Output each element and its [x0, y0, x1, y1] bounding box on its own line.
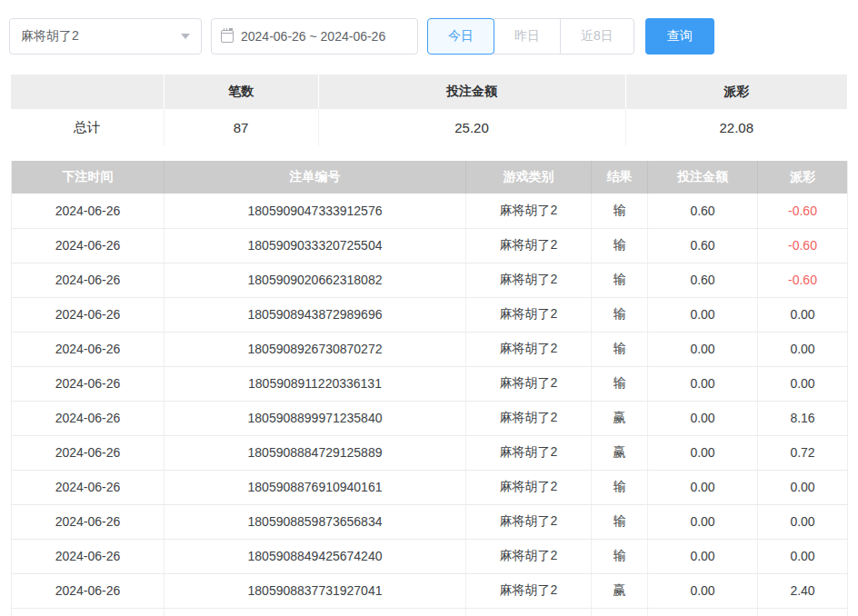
table-row: 2024-06-26 1805908884729125889 麻将胡了2 赢 0…	[12, 435, 848, 470]
order-id-cell: 1805908859873656834	[165, 504, 466, 539]
summary-header-row: 笔数 投注金额 派彩	[11, 75, 847, 109]
today-button[interactable]: 今日	[427, 18, 494, 55]
bet-time-cell: 2024-06-26	[12, 332, 165, 366]
bet-amount-cell: 0.00	[648, 504, 758, 539]
game-select[interactable]: 麻将胡了2	[9, 18, 202, 55]
order-id-cell: 1805908876910940161	[165, 470, 466, 504]
calendar-icon	[221, 30, 234, 43]
summary-header-bet-amount: 投注金额	[318, 75, 625, 109]
table-row: 2024-06-26 1805908876910940161 麻将胡了2 输 0…	[12, 470, 848, 504]
result-cell: 输	[592, 297, 648, 332]
summary-table: 笔数 投注金额 派彩 总计 87 25.20 22.08	[11, 75, 847, 146]
summary-total-label: 总计	[11, 109, 164, 146]
bet-amount-cell: 0.60	[648, 194, 758, 228]
bet-amount-cell: 0.00	[648, 573, 758, 608]
header-result: 结果	[592, 161, 648, 194]
header-bet-time: 下注时间	[12, 161, 165, 194]
game-type-cell: 麻将胡了2	[466, 263, 592, 297]
bet-time-cell: 2024-06-26	[12, 504, 165, 539]
records-header-row: 下注时间 注单编号 游戏类别 结果 投注金额 派彩	[12, 161, 848, 194]
bet-time-cell	[12, 608, 165, 616]
result-cell: 赢	[592, 401, 648, 435]
order-id-cell: 1805908899971235840	[165, 401, 466, 435]
payout-cell: -0.60	[758, 194, 848, 228]
game-type-cell: 麻将胡了2	[466, 297, 592, 332]
header-bet-amount: 投注金额	[648, 161, 758, 194]
summary-header-payout: 派彩	[625, 75, 847, 109]
summary-total-bet-amount: 25.20	[318, 109, 625, 146]
bet-amount-cell: 0.00	[648, 435, 758, 470]
table-row: 2024-06-26 1805908899971235840 麻将胡了2 赢 0…	[12, 401, 848, 435]
bet-amount-cell: 0.00	[648, 332, 758, 366]
bet-time-cell: 2024-06-26	[12, 297, 165, 332]
order-id-cell	[165, 608, 466, 616]
result-cell: 输	[592, 539, 648, 573]
payout-cell: 0.00	[758, 366, 848, 401]
bet-time-cell: 2024-06-26	[12, 470, 165, 504]
yesterday-button[interactable]: 昨日	[494, 18, 561, 55]
game-type-cell: 麻将胡了2	[466, 539, 592, 573]
table-row: 2024-06-26 1805908943872989696 麻将胡了2 输 0…	[12, 297, 848, 332]
search-button[interactable]: 查询	[645, 18, 714, 55]
payout-cell: 0.00	[758, 504, 848, 539]
result-cell	[592, 608, 648, 616]
table-row: 2024-06-26 1805909047333912576 麻将胡了2 输 0…	[12, 194, 848, 228]
order-id-cell: 1805908849425674240	[165, 539, 466, 573]
order-id-cell: 1805909033320725504	[165, 228, 466, 263]
table-row: 2024-06-26 1805908849425674240 麻将胡了2 输 0…	[12, 539, 848, 573]
table-row: 2024-06-26 1805909033320725504 麻将胡了2 输 0…	[12, 228, 848, 263]
payout-cell	[758, 608, 848, 616]
bet-amount-cell: 0.60	[648, 228, 758, 263]
result-cell: 赢	[592, 435, 648, 470]
bet-time-cell: 2024-06-26	[12, 366, 165, 401]
order-id-cell: 1805908884729125889	[165, 435, 466, 470]
result-cell: 输	[592, 194, 648, 228]
summary-total-count: 87	[164, 109, 318, 146]
summary-total-row: 总计 87 25.20 22.08	[11, 109, 847, 146]
order-id-cell: 1805909047333912576	[165, 194, 466, 228]
summary-header-count: 笔数	[164, 75, 318, 109]
bet-amount-cell: 0.00	[648, 366, 758, 401]
result-cell: 输	[592, 228, 648, 263]
summary-header-blank	[11, 75, 164, 109]
table-row: 2024-06-26 1805908926730870272 麻将胡了2 输 0…	[12, 332, 848, 366]
game-type-cell: 麻将胡了2	[466, 194, 592, 228]
payout-cell: 0.00	[758, 470, 848, 504]
payout-cell: 0.00	[758, 539, 848, 573]
date-range-input[interactable]: 2024-06-26 ~ 2024-06-26	[211, 18, 418, 55]
payout-cell: -0.60	[758, 263, 848, 297]
bet-amount-cell: 0.00	[648, 470, 758, 504]
bet-amount-cell: 0.00	[648, 539, 758, 573]
bet-time-cell: 2024-06-26	[12, 435, 165, 470]
result-cell: 输	[592, 332, 648, 366]
order-id-cell: 1805909020662318082	[165, 263, 466, 297]
payout-cell: 0.72	[758, 435, 848, 470]
chevron-down-icon	[181, 34, 190, 39]
result-cell: 赢	[592, 573, 648, 608]
game-type-cell: 麻将胡了2	[466, 401, 592, 435]
bet-time-cell: 2024-06-26	[12, 573, 165, 608]
summary-total-payout: 22.08	[625, 109, 847, 146]
order-id-cell: 1805908837731927041	[165, 573, 466, 608]
payout-cell: -0.60	[758, 228, 848, 263]
result-cell: 输	[592, 504, 648, 539]
bet-time-cell: 2024-06-26	[12, 194, 165, 228]
table-row: 2024-06-26 1805908911220336131 麻将胡了2 输 0…	[12, 366, 848, 401]
table-row-partial	[12, 608, 848, 616]
game-type-cell: 麻将胡了2	[466, 228, 592, 263]
bet-amount-cell: 0.60	[648, 263, 758, 297]
game-type-cell: 麻将胡了2	[466, 435, 592, 470]
last-8-days-button[interactable]: 近8日	[560, 18, 634, 55]
table-row: 2024-06-26 1805908859873656834 麻将胡了2 输 0…	[12, 504, 848, 539]
table-row: 2024-06-26 1805909020662318082 麻将胡了2 输 0…	[12, 263, 848, 297]
order-id-cell: 1805908911220336131	[165, 366, 466, 401]
payout-cell: 0.00	[758, 332, 848, 366]
game-type-cell: 麻将胡了2	[466, 366, 592, 401]
bet-amount-cell: 0.00	[648, 401, 758, 435]
bet-amount-cell: 0.00	[648, 297, 758, 332]
order-id-cell: 1805908926730870272	[165, 332, 466, 366]
game-type-cell: 麻将胡了2	[466, 573, 592, 608]
payout-cell: 2.40	[758, 573, 848, 608]
header-game-type: 游戏类别	[466, 161, 592, 194]
bet-time-cell: 2024-06-26	[12, 263, 165, 297]
